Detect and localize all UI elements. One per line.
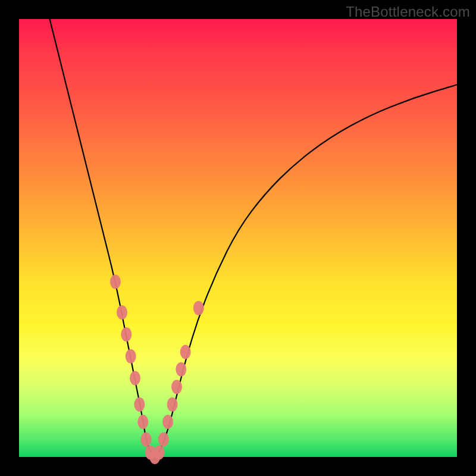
marker-dot — [130, 371, 140, 386]
marker-dot — [137, 415, 148, 429]
marker-dot — [158, 433, 169, 447]
marker-dot — [171, 380, 182, 394]
marker-dot — [154, 446, 165, 460]
marker-dot — [126, 349, 136, 364]
marker-dot — [162, 415, 173, 429]
marker-dot — [167, 397, 178, 412]
marker-dot — [134, 397, 145, 412]
plot-area — [19, 19, 457, 457]
marker-dot — [121, 327, 131, 342]
curve-svg — [19, 19, 457, 457]
marker-dot — [117, 305, 127, 320]
bottleneck-curve — [50, 19, 458, 456]
marker-dot — [110, 275, 121, 289]
chart-frame: TheBottleneck.com — [0, 0, 476, 476]
watermark-text: TheBottleneck.com — [346, 4, 470, 20]
marker-dot — [140, 433, 151, 447]
marker-dot — [176, 362, 186, 377]
marker-dot — [180, 345, 191, 359]
curve-markers — [110, 275, 204, 464]
marker-dot — [193, 301, 204, 315]
